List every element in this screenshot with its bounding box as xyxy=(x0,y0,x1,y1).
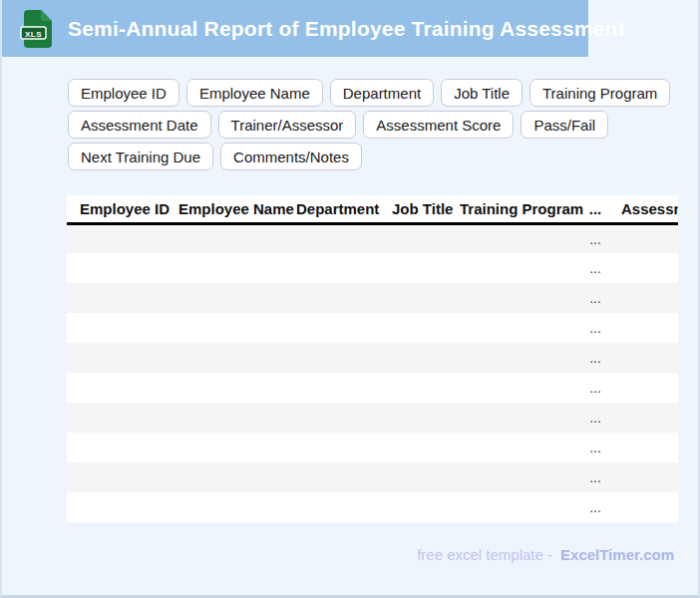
table-cell xyxy=(171,462,288,492)
table-cell xyxy=(171,403,288,433)
field-chip[interactable]: Trainer/Assessor xyxy=(218,111,357,139)
page: XLS Semi-Annual Report of Employee Train… xyxy=(0,0,700,598)
table-cell xyxy=(384,283,452,313)
xls-icon-label: XLS xyxy=(25,29,42,38)
table-cell xyxy=(67,462,171,492)
table-header-row: Employee IDEmployee NameDepartmentJob Ti… xyxy=(67,195,678,223)
table-cell xyxy=(288,253,384,283)
table-cell xyxy=(171,492,288,522)
field-chip[interactable]: Job Title xyxy=(441,79,523,107)
field-chip-list: Employee IDEmployee NameDepartmentJob Ti… xyxy=(68,79,676,174)
table-cell xyxy=(67,283,171,313)
table-cell xyxy=(171,373,288,403)
table-cell xyxy=(452,492,577,522)
table-cell xyxy=(171,253,288,283)
table-cell xyxy=(384,492,452,522)
table-cell xyxy=(288,313,384,343)
column-header: Employee Name xyxy=(171,195,288,223)
table-cell xyxy=(67,343,171,373)
table-row: ... xyxy=(67,283,678,313)
field-chip[interactable]: Next Training Due xyxy=(68,143,213,170)
table-cell xyxy=(67,403,171,433)
table-row: ... xyxy=(67,313,678,343)
table-cell xyxy=(452,223,577,253)
table-row: ... xyxy=(67,373,678,403)
table-cell xyxy=(613,223,678,253)
table-cell xyxy=(613,373,678,403)
table-row: ... xyxy=(67,223,678,253)
table-cell xyxy=(67,492,171,522)
table-cell xyxy=(613,313,678,343)
table-row: ... xyxy=(67,343,678,373)
table-cell xyxy=(452,373,577,403)
field-chip[interactable]: Department xyxy=(330,79,434,107)
column-header: Assessm xyxy=(613,195,678,223)
field-chip[interactable]: Pass/Fail xyxy=(521,111,608,139)
table-cell xyxy=(384,253,452,283)
table-cell xyxy=(67,253,171,283)
table-cell xyxy=(288,433,384,462)
table-cell xyxy=(288,223,384,253)
table-cell xyxy=(452,343,577,373)
table-cell xyxy=(171,223,288,253)
chip-row: Employee IDEmployee NameDepartmentJob Ti… xyxy=(68,79,676,107)
table-row: ... xyxy=(67,462,678,492)
row-overflow-cell: ... xyxy=(577,313,613,343)
table-cell xyxy=(288,283,384,313)
report-table: Employee IDEmployee NameDepartmentJob Ti… xyxy=(67,195,678,522)
footer: free excel template - ExcelTimer.com xyxy=(417,546,674,563)
table-cell xyxy=(171,313,288,343)
column-header: Job Title xyxy=(384,195,452,223)
row-overflow-cell: ... xyxy=(577,253,613,283)
table-cell xyxy=(67,433,171,462)
table-cell xyxy=(288,343,384,373)
table-row: ... xyxy=(67,253,678,283)
row-overflow-cell: ... xyxy=(577,283,613,313)
field-chip[interactable]: Employee Name xyxy=(186,79,323,107)
table-cell xyxy=(613,343,678,373)
chip-row: Assessment DateTrainer/AssessorAssessmen… xyxy=(68,111,676,139)
row-overflow-cell: ... xyxy=(577,403,613,433)
table-cell xyxy=(452,313,577,343)
page-title: Semi-Annual Report of Employee Training … xyxy=(68,17,625,41)
table-cell xyxy=(384,462,452,492)
table-cell xyxy=(384,223,452,253)
table-cell xyxy=(613,462,678,492)
table-cell xyxy=(613,492,678,522)
field-chip[interactable]: Training Program xyxy=(529,79,670,107)
field-chip[interactable]: Employee ID xyxy=(68,79,179,107)
footer-brand-link[interactable]: ExcelTimer.com xyxy=(560,546,674,563)
table-body: .............................. xyxy=(67,223,678,522)
column-header: Employee ID xyxy=(67,195,171,223)
field-chip[interactable]: Assessment Score xyxy=(363,111,514,139)
table-cell xyxy=(384,373,452,403)
report-table-container: Employee IDEmployee NameDepartmentJob Ti… xyxy=(67,195,678,526)
table-row: ... xyxy=(67,433,678,462)
table-cell xyxy=(288,373,384,403)
table-cell xyxy=(452,433,577,462)
row-overflow-cell: ... xyxy=(577,223,613,253)
table-cell xyxy=(384,403,452,433)
xls-file-icon: XLS xyxy=(20,9,54,49)
field-chip[interactable]: Comments/Notes xyxy=(220,143,362,170)
table-cell xyxy=(171,433,288,462)
row-overflow-cell: ... xyxy=(577,373,613,403)
table-cell xyxy=(452,403,577,433)
table-cell xyxy=(288,403,384,433)
table-cell xyxy=(288,462,384,492)
table-cell xyxy=(384,433,452,462)
table-cell xyxy=(452,253,577,283)
table-row: ... xyxy=(67,403,678,433)
field-chip[interactable]: Assessment Date xyxy=(68,111,211,139)
table-cell xyxy=(67,223,171,253)
row-overflow-cell: ... xyxy=(577,433,613,462)
column-header: Department xyxy=(288,195,384,223)
title-bar: XLS Semi-Annual Report of Employee Train… xyxy=(2,0,588,57)
table-cell xyxy=(613,433,678,462)
footer-text: free excel template - xyxy=(417,546,552,563)
table-cell xyxy=(384,313,452,343)
row-overflow-cell: ... xyxy=(577,462,613,492)
table-cell xyxy=(171,343,288,373)
table-cell xyxy=(67,373,171,403)
table-cell xyxy=(452,462,577,492)
